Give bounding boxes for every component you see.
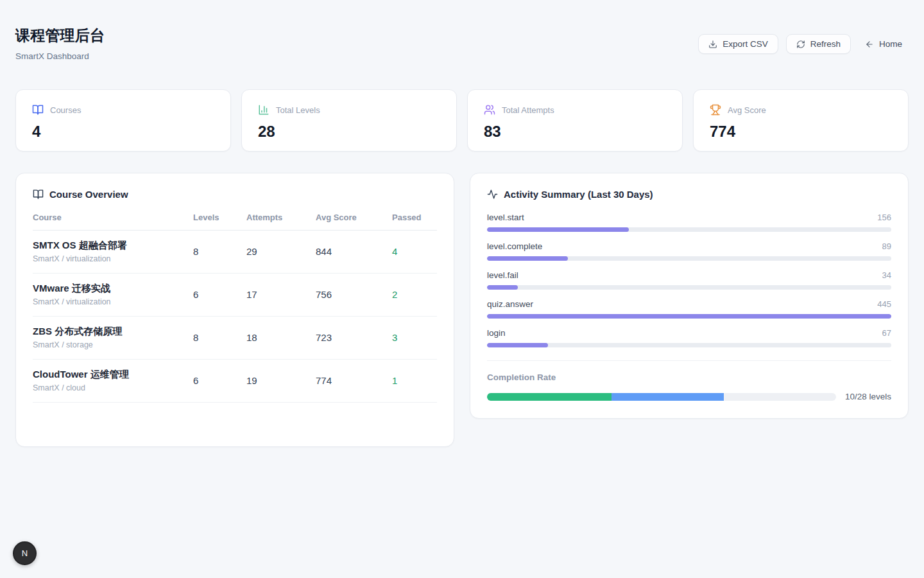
floating-n-button[interactable]: N	[13, 541, 37, 565]
table-row[interactable]: VMware 迁移实战 SmartX / virtualization 6 17…	[33, 274, 437, 317]
main-panels: Course Overview Course Levels Attempts A…	[0, 173, 924, 447]
levels-cell: 6	[193, 375, 246, 386]
activity-value: 67	[882, 328, 891, 338]
stat-value: 28	[258, 123, 440, 141]
completion-bar-track	[487, 393, 836, 401]
refresh-label: Refresh	[810, 39, 841, 49]
levels-cell: 8	[193, 246, 246, 257]
course-path: SmartX / virtualization	[33, 297, 193, 306]
home-button[interactable]: Home	[859, 34, 909, 54]
activity-bar-track	[487, 227, 891, 232]
divider	[487, 360, 891, 361]
course-name: VMware 迁移实战	[33, 283, 193, 295]
refresh-button[interactable]: Refresh	[786, 34, 851, 54]
course-name: CloudTower 运维管理	[33, 369, 193, 381]
trophy-icon	[710, 104, 721, 116]
activity-bar-fill	[487, 227, 629, 232]
stat-card-avg-score: Avg Score 774	[693, 89, 909, 152]
activity-pulse-icon	[487, 189, 498, 200]
activity-value: 156	[877, 213, 891, 222]
avg-score-cell: 844	[316, 246, 392, 257]
table-row[interactable]: SMTX OS 超融合部署 SmartX / virtualization 8 …	[33, 231, 437, 274]
attempts-cell: 18	[246, 332, 316, 343]
column-course: Course	[33, 213, 193, 222]
page-subtitle: SmartX Dashboard	[15, 51, 105, 61]
activity-bar-track	[487, 285, 891, 290]
table-header: Course Levels Attempts Avg Score Passed	[33, 213, 437, 231]
course-overview-panel: Course Overview Course Levels Attempts A…	[15, 173, 454, 447]
column-avg-score: Avg Score	[316, 213, 392, 222]
table-row[interactable]: CloudTower 运维管理 SmartX / cloud 6 19 774 …	[33, 360, 437, 403]
export-csv-label: Export CSV	[723, 39, 768, 49]
activity-label: quiz.answer	[487, 299, 533, 309]
activity-bar-fill	[487, 343, 548, 347]
passed-cell: 1	[392, 375, 437, 386]
passed-cell: 2	[392, 289, 437, 300]
bar-chart-icon	[258, 104, 270, 116]
page-title: 课程管理后台	[15, 26, 105, 46]
activity-bar-track	[487, 256, 891, 261]
refresh-icon	[796, 40, 805, 49]
passed-cell: 4	[392, 246, 437, 257]
activity-label: level.complete	[487, 241, 542, 251]
completion-bar-passed	[487, 393, 612, 401]
activity-row: level.start 156	[487, 213, 891, 232]
stat-value: 4	[32, 123, 214, 141]
activity-bar-fill	[487, 285, 518, 290]
column-levels: Levels	[193, 213, 246, 222]
activity-summary-panel: Activity Summary (Last 30 Days) level.st…	[470, 173, 909, 419]
download-icon	[708, 40, 717, 49]
column-passed: Passed	[392, 213, 437, 222]
stat-label: Courses	[50, 105, 81, 115]
stat-value: 774	[710, 123, 892, 141]
stat-card-total-attempts: Total Attempts 83	[467, 89, 683, 152]
activity-bar-fill	[487, 314, 891, 319]
home-label: Home	[879, 39, 902, 49]
activity-value: 34	[882, 270, 891, 280]
column-attempts: Attempts	[246, 213, 316, 222]
stat-label: Total Levels	[276, 105, 320, 115]
activity-bar-track	[487, 343, 891, 347]
course-path: SmartX / virtualization	[33, 254, 193, 263]
page-header: 课程管理后台 SmartX Dashboard Export CSV Refre…	[0, 0, 924, 61]
completion-bar-attempted	[612, 393, 724, 401]
activity-bar-fill	[487, 256, 568, 261]
avg-score-cell: 756	[316, 289, 392, 300]
course-name: SMTX OS 超融合部署	[33, 240, 193, 252]
activity-label: level.start	[487, 213, 524, 222]
activity-row: quiz.answer 445	[487, 299, 891, 319]
dashboard-page: 课程管理后台 SmartX Dashboard Export CSV Refre…	[0, 0, 924, 578]
course-path: SmartX / storage	[33, 340, 193, 349]
completion-rate-label: Completion Rate	[487, 372, 891, 382]
activity-row: login 67	[487, 328, 891, 347]
passed-cell: 3	[392, 332, 437, 343]
book-open-icon	[32, 104, 44, 116]
avg-score-cell: 723	[316, 332, 392, 343]
floating-n-label: N	[22, 548, 28, 558]
users-icon	[484, 104, 495, 116]
export-csv-button[interactable]: Export CSV	[698, 34, 778, 54]
stat-value: 83	[484, 123, 666, 141]
activity-value: 89	[882, 241, 891, 251]
header-actions: Export CSV Refresh Home	[698, 34, 909, 54]
attempts-cell: 17	[246, 289, 316, 300]
activity-row: level.complete 89	[487, 241, 891, 261]
table-row[interactable]: ZBS 分布式存储原理 SmartX / storage 8 18 723 3	[33, 317, 437, 360]
course-path: SmartX / cloud	[33, 383, 193, 392]
stat-label: Total Attempts	[502, 105, 554, 115]
levels-cell: 6	[193, 289, 246, 300]
activity-row: level.fail 34	[487, 270, 891, 290]
title-block: 课程管理后台 SmartX Dashboard	[15, 26, 105, 61]
avg-score-cell: 774	[316, 375, 392, 386]
attempts-cell: 29	[246, 246, 316, 257]
arrow-left-icon	[865, 40, 874, 49]
completion-rate-row: 10/28 levels	[487, 392, 891, 401]
completion-rate-text: 10/28 levels	[845, 392, 891, 401]
stat-card-total-levels: Total Levels 28	[241, 89, 457, 152]
activity-summary-title: Activity Summary (Last 30 Days)	[504, 189, 653, 200]
course-name: ZBS 分布式存储原理	[33, 326, 193, 338]
levels-cell: 8	[193, 332, 246, 343]
activity-bar-track	[487, 314, 891, 319]
activity-label: login	[487, 328, 506, 338]
activity-value: 445	[877, 299, 891, 309]
